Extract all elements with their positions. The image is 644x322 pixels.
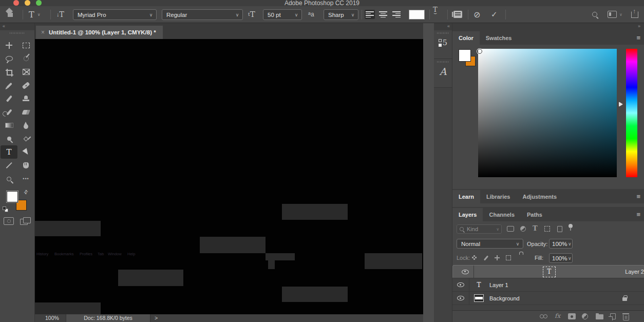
filter-smart-objects-icon[interactable] xyxy=(557,226,562,232)
lock-artboard-icon[interactable] xyxy=(506,255,511,260)
tab-learn[interactable]: Learn xyxy=(452,190,480,203)
layer-thumbnail[interactable]: T xyxy=(544,268,554,276)
eraser-tool[interactable] xyxy=(17,105,34,119)
new-group-icon[interactable] xyxy=(596,314,603,319)
layer-name[interactable]: Background xyxy=(489,295,520,301)
anti-alias-select[interactable]: Sharp ∨ xyxy=(324,9,358,20)
frame-tool[interactable] xyxy=(17,65,34,79)
clone-stamp-tool[interactable] xyxy=(17,92,34,105)
font-family-select[interactable]: Myriad Pro ∨ xyxy=(73,9,157,20)
quick-mask-button[interactable] xyxy=(4,217,14,225)
cancel-edits-button[interactable]: ⊘ xyxy=(473,6,480,23)
zoom-tool[interactable] xyxy=(1,172,17,185)
line-tool[interactable] xyxy=(1,159,17,172)
filter-type-layers-icon[interactable]: T xyxy=(533,224,538,232)
fill-select[interactable]: 100% ∨ xyxy=(549,253,573,263)
eyedropper-tool[interactable] xyxy=(1,79,17,92)
marquee-tool[interactable] xyxy=(17,39,34,52)
tab-paths[interactable]: Paths xyxy=(521,208,548,221)
layer-row[interactable]: TLayer 1 xyxy=(452,278,644,292)
workspace-switcher[interactable]: ∨ xyxy=(608,6,622,23)
close-icon[interactable]: × xyxy=(41,29,45,36)
commit-edits-button[interactable]: ✓ xyxy=(491,6,498,23)
type-tool[interactable]: T xyxy=(1,145,17,159)
filter-adjustment-layers-icon[interactable] xyxy=(520,226,526,232)
filter-toggle-icon[interactable] xyxy=(569,224,573,228)
filter-pixel-layers-icon[interactable] xyxy=(507,226,514,232)
layer-row[interactable]: Background xyxy=(452,292,644,305)
dock-collapse-header[interactable]: » xyxy=(452,23,644,30)
lock-transparent-pixels-icon[interactable] xyxy=(472,255,477,260)
hue-bar[interactable] xyxy=(626,49,637,177)
default-colors-icon[interactable] xyxy=(3,206,9,213)
align-left-button[interactable] xyxy=(365,10,375,19)
visibility-toggle[interactable] xyxy=(452,292,469,305)
saturation-brightness-field[interactable] xyxy=(478,49,617,177)
color-picker-marker[interactable] xyxy=(477,49,482,54)
visibility-toggle[interactable] xyxy=(452,278,469,291)
crop-tool[interactable] xyxy=(1,65,17,79)
blur-tool[interactable] xyxy=(17,119,34,132)
lock-image-pixels-icon[interactable] xyxy=(484,255,488,260)
tool-preset-picker[interactable]: T ∨ xyxy=(29,6,41,23)
tab-libraries[interactable]: Libraries xyxy=(480,190,516,203)
status-chevron-icon[interactable]: > xyxy=(155,315,158,321)
home-button[interactable] xyxy=(6,6,14,23)
layer-name[interactable]: Layer 2 xyxy=(625,269,644,275)
healing-brush-tool[interactable] xyxy=(17,79,34,92)
history-brush-tool[interactable] xyxy=(1,105,17,119)
quick-select-tool[interactable] xyxy=(17,52,34,65)
add-layer-mask-icon[interactable] xyxy=(568,313,576,319)
move-tool[interactable] xyxy=(1,39,17,52)
document-size-info[interactable]: Doc: 168.8K/0 bytes xyxy=(66,314,150,322)
opacity-select[interactable]: 100% ∨ xyxy=(549,239,573,249)
character-panel-button[interactable]: A xyxy=(434,59,452,88)
tab-swatches[interactable]: Swatches xyxy=(480,31,518,45)
more-tools[interactable]: ••• xyxy=(17,172,34,185)
drag-grip[interactable] xyxy=(10,32,25,34)
text-color-swatch[interactable] xyxy=(409,10,425,20)
brush-tool[interactable] xyxy=(1,92,17,105)
layer-effects-icon[interactable]: fx xyxy=(555,312,560,319)
toggle-panels-button[interactable] xyxy=(453,6,462,23)
align-right-button[interactable] xyxy=(391,10,402,19)
tab-adjustments[interactable]: Adjustments xyxy=(516,190,563,203)
font-size-select[interactable]: 50 pt ∨ xyxy=(263,9,302,20)
new-layer-icon[interactable] xyxy=(610,313,616,319)
document-tab[interactable]: × Untitled-1 @ 100% (Layer 1, CMYK/8) * xyxy=(36,26,163,39)
tab-layers[interactable]: Layers xyxy=(452,208,483,221)
history-panel-button[interactable]: 5 xyxy=(434,30,452,59)
link-layers-icon[interactable] xyxy=(540,314,548,318)
tab-color[interactable]: Color xyxy=(452,31,480,45)
swap-colors-icon[interactable]: ⇄ xyxy=(22,188,29,196)
canvas[interactable]: HistoryBookmarksProfilesTabWindowHelp xyxy=(35,39,423,314)
layer-thumbnail[interactable]: T xyxy=(474,281,484,289)
panel-foreground-swatch[interactable] xyxy=(459,49,471,62)
lasso-tool[interactable] xyxy=(1,52,17,65)
zoom-level[interactable]: 100% xyxy=(45,315,59,321)
hue-slider-marker[interactable] xyxy=(619,102,623,107)
screen-mode-button[interactable] xyxy=(20,217,30,225)
warp-text-button[interactable]: T ⌣ xyxy=(433,8,438,24)
pen-tool[interactable] xyxy=(17,132,34,145)
dodge-tool[interactable] xyxy=(1,132,17,145)
hand-tool[interactable] xyxy=(17,159,34,172)
path-select-tool[interactable] xyxy=(17,145,34,159)
delete-layer-icon[interactable] xyxy=(623,315,629,320)
search-button[interactable] xyxy=(592,6,597,23)
layer-name[interactable]: Layer 1 xyxy=(489,282,508,288)
foreground-color-swatch[interactable] xyxy=(7,191,18,202)
layer-row[interactable]: TLayer 2 xyxy=(452,265,644,278)
font-style-select[interactable]: Regular ∨ xyxy=(162,9,243,20)
layer-thumbnail[interactable] xyxy=(474,294,484,302)
gradient-tool[interactable] xyxy=(1,119,17,132)
adjustment-layer-icon[interactable] xyxy=(582,313,588,319)
visibility-toggle[interactable] xyxy=(457,266,474,278)
layer-filter-select[interactable]: Kind ∨ xyxy=(457,224,502,234)
dock-collapse-header[interactable]: « xyxy=(434,23,452,30)
panel-menu-icon[interactable]: ≡ xyxy=(636,211,640,218)
tools-panel-header[interactable]: « xyxy=(0,23,34,30)
tab-channels[interactable]: Channels xyxy=(483,208,521,221)
blend-mode-select[interactable]: Normal ∨ xyxy=(457,239,523,249)
align-center-button[interactable] xyxy=(378,10,388,19)
